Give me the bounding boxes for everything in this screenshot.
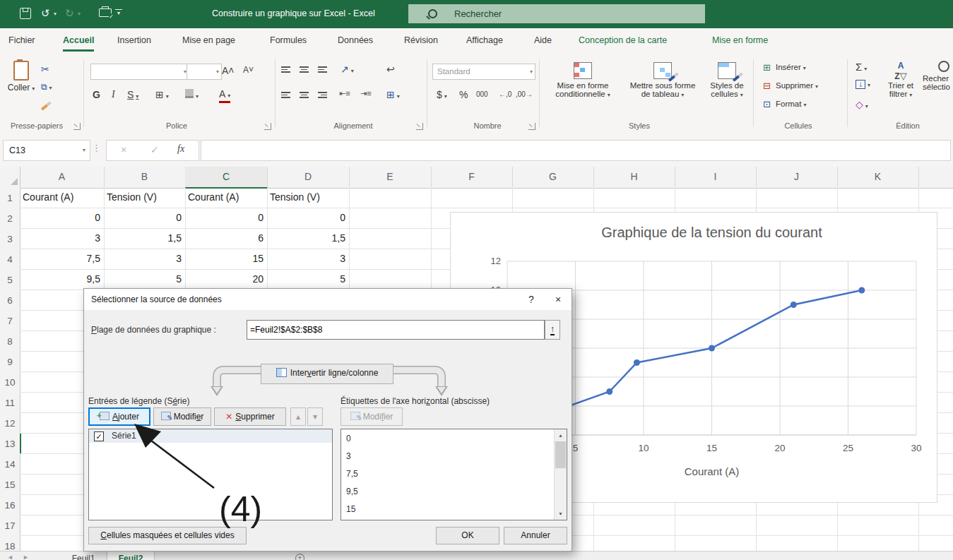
- format-as-table-button[interactable]: Mettre sous forme de tableau: [623, 62, 702, 98]
- font-dialog-launcher-icon[interactable]: [264, 123, 271, 130]
- find-select-button[interactable]: Recher sélectio: [923, 61, 953, 91]
- sheet-tab-feuil1[interactable]: Feuil1: [60, 552, 107, 560]
- orientation-icon[interactable]: ↗: [341, 64, 354, 75]
- row-header-7[interactable]: 7: [0, 311, 20, 332]
- cell-A1[interactable]: Courant (A): [23, 191, 100, 205]
- increase-font-size-icon[interactable]: A˄: [222, 65, 235, 76]
- cell-D2[interactable]: 0: [270, 212, 345, 226]
- align-left-icon[interactable]: [281, 90, 290, 98]
- axis-list-scrollbar[interactable]: ▲ ▼: [554, 429, 567, 520]
- column-header-D[interactable]: D: [267, 167, 350, 187]
- axis-list-item[interactable]: 7,5: [346, 469, 358, 483]
- remove-series-button[interactable]: ✕Supprimer: [214, 407, 286, 426]
- cell-B4[interactable]: 3: [107, 253, 182, 267]
- tab-données[interactable]: Données: [338, 35, 373, 49]
- delete-cells-button[interactable]: Supprimer: [776, 81, 818, 90]
- decrease-font-size-icon[interactable]: A˅: [243, 65, 254, 75]
- dialog-close-icon[interactable]: ×: [546, 289, 570, 310]
- font-name-combo[interactable]: ▾: [90, 64, 189, 80]
- align-top-icon[interactable]: [281, 65, 290, 73]
- dialog-help-button[interactable]: ?: [519, 289, 543, 310]
- alignment-dialog-launcher-icon[interactable]: [416, 123, 423, 130]
- bold-button[interactable]: G: [93, 89, 100, 100]
- cell-A3[interactable]: 3: [23, 232, 100, 246]
- align-right-icon[interactable]: [318, 90, 327, 98]
- undo-dropdown-icon[interactable]: ▾: [54, 11, 57, 17]
- tab-conception-de-la-carte[interactable]: Conception de la carte: [579, 35, 667, 49]
- increase-indent-icon[interactable]: ⇥≡: [360, 89, 372, 98]
- cut-icon[interactable]: ✂: [41, 64, 49, 75]
- row-header-12[interactable]: 12: [0, 413, 20, 434]
- underline-button[interactable]: S: [127, 89, 138, 100]
- paste-button[interactable]: Coller: [6, 61, 37, 117]
- cell-D1[interactable]: Tension (V): [270, 191, 345, 205]
- formula-input[interactable]: [201, 140, 951, 161]
- select-all-button[interactable]: [0, 167, 20, 187]
- insert-function-icon[interactable]: fx: [177, 143, 184, 155]
- new-sheet-icon[interactable]: +: [295, 554, 304, 560]
- row-header-17[interactable]: 17: [0, 516, 20, 537]
- cell-B1[interactable]: Tension (V): [107, 191, 182, 205]
- scroll-down-icon[interactable]: ▼: [555, 508, 567, 520]
- row-header-9[interactable]: 9: [0, 352, 20, 373]
- print-preview-icon[interactable]: [99, 8, 112, 17]
- tab-mise-en-page[interactable]: Mise en page: [182, 35, 235, 49]
- decrease-decimal-icon[interactable]: ,00→: [516, 90, 533, 98]
- search-box[interactable]: Rechercher: [408, 4, 705, 23]
- axis-list-item[interactable]: 3: [346, 451, 351, 465]
- cell-C5[interactable]: 20: [188, 273, 264, 287]
- row-header-14[interactable]: 14: [0, 454, 20, 475]
- scroll-thumb[interactable]: [555, 441, 566, 468]
- scroll-up-icon[interactable]: ▲: [555, 429, 567, 441]
- merge-center-icon[interactable]: ⊞: [386, 89, 400, 100]
- column-header-I[interactable]: I: [675, 167, 757, 187]
- cell-D3[interactable]: 1,5: [270, 232, 345, 246]
- decrease-indent-icon[interactable]: ⇤≡: [339, 89, 350, 98]
- conditional-formatting-button[interactable]: Mise en forme conditionnelle: [545, 62, 620, 98]
- row-header-13[interactable]: 13: [0, 434, 20, 455]
- align-middle-icon[interactable]: [300, 65, 309, 73]
- fill-icon[interactable]: ↓: [856, 79, 870, 89]
- column-header-A[interactable]: A: [20, 167, 105, 187]
- row-header-10[interactable]: 10: [0, 372, 20, 393]
- row-header-5[interactable]: 5: [0, 270, 20, 291]
- series-checkbox[interactable]: ✓: [94, 431, 104, 441]
- clipboard-dialog-launcher-icon[interactable]: [73, 123, 81, 130]
- switch-row-column-button[interactable]: Intervertir ligne/colonne: [261, 364, 393, 384]
- insert-cells-button[interactable]: Insérer: [776, 63, 806, 71]
- undo-icon[interactable]: ↺: [41, 6, 50, 20]
- cell-B3[interactable]: 1,5: [107, 232, 182, 246]
- column-header-G[interactable]: G: [512, 167, 594, 187]
- tab-aide[interactable]: Aide: [534, 35, 552, 49]
- name-box[interactable]: C13▾: [3, 140, 90, 161]
- format-cells-button[interactable]: Format: [776, 100, 806, 108]
- quick-access-customize-icon[interactable]: ▾: [115, 9, 122, 17]
- tab-insertion[interactable]: Insertion: [117, 35, 151, 49]
- row-header-1[interactable]: 1: [0, 188, 20, 209]
- cell-C1[interactable]: Courant (A): [188, 191, 264, 205]
- cell-C3[interactable]: 6: [188, 232, 264, 246]
- row-header-2[interactable]: 2: [0, 208, 20, 230]
- row-header-16[interactable]: 16: [0, 495, 20, 516]
- column-header-E[interactable]: E: [349, 167, 432, 187]
- tab-affichage[interactable]: Affichage: [466, 35, 503, 49]
- font-size-combo[interactable]: ▾: [187, 64, 222, 80]
- cell-B5[interactable]: 5: [107, 273, 182, 287]
- row-header-6[interactable]: 6: [0, 290, 20, 311]
- tab-mise-en-forme[interactable]: Mise en forme: [712, 35, 768, 49]
- tab-accueil[interactable]: Accueil: [63, 35, 94, 52]
- cell-D4[interactable]: 3: [270, 253, 345, 267]
- wrap-text-icon[interactable]: ↩: [386, 64, 395, 75]
- cell-A5[interactable]: 9,5: [23, 273, 100, 287]
- tab-révision[interactable]: Révision: [404, 35, 438, 49]
- currency-format-icon[interactable]: $: [437, 89, 447, 100]
- row-header-8[interactable]: 8: [0, 331, 20, 352]
- ok-button[interactable]: OK: [436, 527, 499, 544]
- name-box-dropdown-icon[interactable]: ▾: [83, 141, 85, 160]
- cell-A2[interactable]: 0: [23, 212, 100, 226]
- borders-icon[interactable]: ⊞: [155, 89, 169, 100]
- column-header-J[interactable]: J: [756, 167, 838, 187]
- chart-data-range-input[interactable]: [247, 320, 545, 340]
- format-painter-icon[interactable]: [41, 104, 48, 110]
- tab-fichier[interactable]: Fichier: [8, 35, 35, 49]
